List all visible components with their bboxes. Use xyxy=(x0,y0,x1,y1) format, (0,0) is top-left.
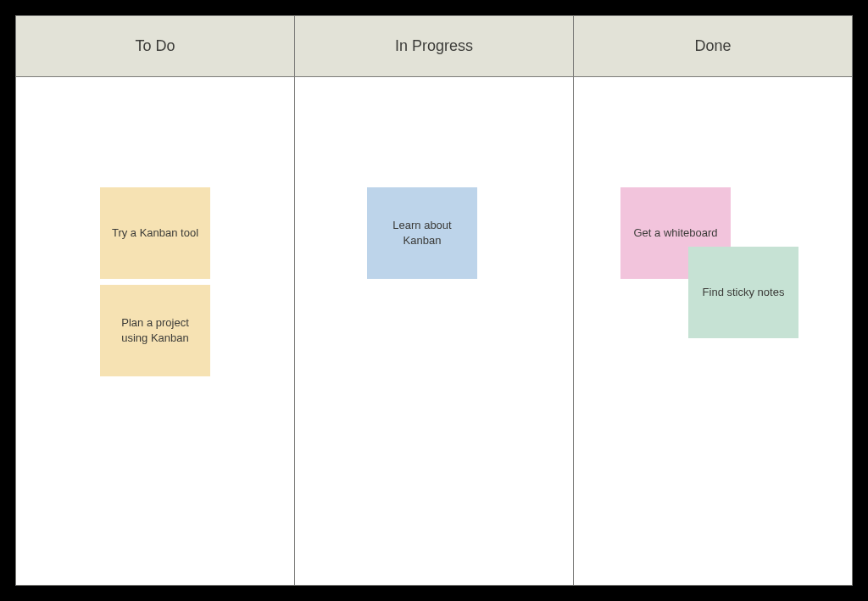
card-label: Find sticky notes xyxy=(703,285,785,300)
column-title: Done xyxy=(694,37,731,55)
card-learn-kanban[interactable]: Learn about Kanban xyxy=(367,187,477,279)
column-todo[interactable]: Try a Kanban tool Plan a project using K… xyxy=(16,77,295,585)
column-in-progress[interactable]: Learn about Kanban xyxy=(295,77,574,585)
column-header-done: Done xyxy=(574,16,852,77)
column-title: In Progress xyxy=(395,37,473,55)
card-label: Learn about Kanban xyxy=(376,218,469,248)
card-label: Plan a project using Kanban xyxy=(108,315,202,345)
card-label: Try a Kanban tool xyxy=(112,225,198,241)
column-header-in-progress: In Progress xyxy=(295,16,574,77)
kanban-board: To Do In Progress Done Try a Kanban tool… xyxy=(15,15,853,586)
column-header-todo: To Do xyxy=(16,16,295,77)
card-plan-project[interactable]: Plan a project using Kanban xyxy=(100,285,210,376)
column-bodies: Try a Kanban tool Plan a project using K… xyxy=(16,77,852,585)
column-headers: To Do In Progress Done xyxy=(16,16,852,77)
card-label: Get a whiteboard xyxy=(633,225,717,241)
card-try-kanban-tool[interactable]: Try a Kanban tool xyxy=(100,187,210,279)
column-title: To Do xyxy=(135,37,175,55)
card-find-sticky-notes[interactable]: Find sticky notes xyxy=(688,247,798,338)
column-done[interactable]: Get a whiteboard Find sticky notes xyxy=(574,77,852,585)
